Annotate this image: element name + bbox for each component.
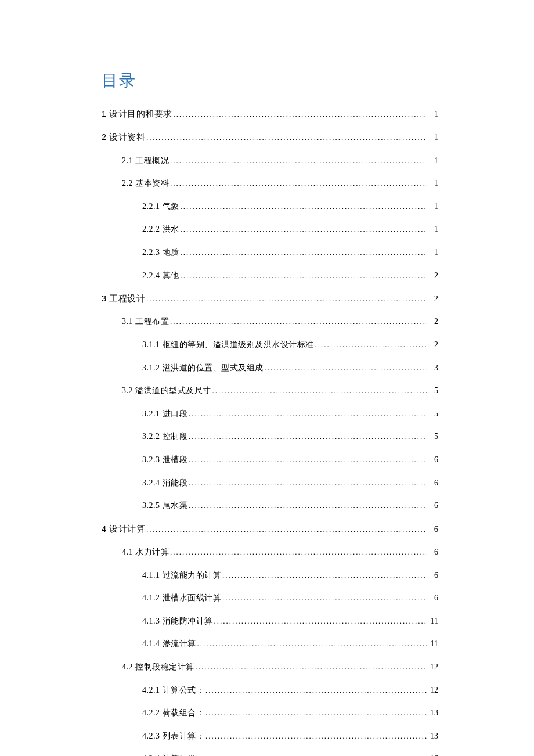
toc-list: 1 设计目的和要求...............................…: [102, 108, 438, 756]
toc-leader-dots: ........................................…: [146, 132, 427, 143]
toc-entry-label: 2.2 基本资料: [122, 178, 169, 189]
toc-entry-page: 5: [428, 408, 438, 420]
toc-entry-label: 3.2 溢洪道的型式及尺寸: [122, 385, 211, 397]
toc-entry-label: 4.1 水力计算: [122, 546, 169, 558]
toc-entry-label: 2.2.4 其他: [142, 270, 179, 282]
toc-leader-dots: ........................................…: [214, 616, 427, 627]
toc-entry-page: 6: [428, 500, 438, 512]
toc-entry-page: 6: [428, 546, 438, 558]
toc-entry-label: 4.2.2 荷载组合：: [142, 707, 204, 719]
toc-leader-dots: ........................................…: [181, 247, 427, 258]
toc-entry-page: 12: [428, 685, 438, 696]
toc-entry[interactable]: 4.2.3 列表计算：.............................…: [142, 730, 438, 742]
toc-entry-label: 3.2.4 消能段: [142, 477, 187, 489]
toc-entry[interactable]: 2.2.4 其他................................…: [142, 270, 438, 282]
toc-entry-page: 2: [428, 270, 438, 282]
toc-entry[interactable]: 4.2.4 计算结果..............................…: [142, 753, 438, 756]
toc-leader-dots: ........................................…: [189, 478, 427, 488]
toc-entry-page: 1: [428, 155, 438, 167]
toc-leader-dots: ........................................…: [189, 455, 427, 465]
toc-leader-dots: ........................................…: [197, 754, 427, 756]
toc-entry[interactable]: 4.1.2 泄槽水面线计算...........................…: [142, 592, 438, 604]
toc-entry-page: 1: [428, 178, 438, 189]
toc-leader-dots: ........................................…: [189, 409, 427, 419]
toc-entry-label: 3.2.1 进口段: [142, 408, 187, 420]
toc-leader-dots: ........................................…: [189, 501, 427, 511]
toc-entry-label: 4.1.1 过流能力的计算: [142, 570, 221, 581]
toc-entry[interactable]: 4.1.3 消能防冲计算............................…: [142, 615, 438, 627]
toc-leader-dots: ........................................…: [222, 593, 427, 603]
toc-entry[interactable]: 3.2 溢洪道的型式及尺寸...........................…: [122, 385, 438, 397]
toc-entry-label: 3.2.5 尾水渠: [142, 500, 187, 512]
toc-entry[interactable]: 3.2.5 尾水渠...............................…: [142, 500, 438, 512]
toc-entry-label: 3.1.1 枢纽的等别、溢洪道级别及洪水设计标准: [142, 339, 314, 351]
toc-entry[interactable]: 2.2 基本资料................................…: [122, 178, 438, 189]
toc-leader-dots: ........................................…: [146, 524, 427, 535]
toc-entry-label: 4.1.3 消能防冲计算: [142, 615, 213, 627]
toc-entry-page: 6: [428, 592, 438, 604]
toc-entry[interactable]: 1 设计目的和要求...............................…: [102, 108, 438, 120]
toc-entry-page: 3: [428, 362, 438, 374]
toc-entry-page: 11: [428, 638, 438, 650]
document-page: 目录 1 设计目的和要求............................…: [0, 0, 534, 756]
toc-entry-label: 4.2 控制段稳定计算: [122, 661, 194, 673]
toc-entry-label: 4.2.3 列表计算：: [142, 730, 204, 742]
toc-entry[interactable]: 4.2.2 荷载组合：.............................…: [142, 707, 438, 719]
toc-leader-dots: ........................................…: [181, 224, 427, 235]
toc-entry-label: 2.2.3 地质: [142, 247, 179, 258]
toc-entry-page: 16: [428, 753, 438, 756]
toc-entry[interactable]: 4.1.4 渗流计算..............................…: [142, 638, 438, 650]
toc-entry[interactable]: 4.1 水力计算................................…: [122, 546, 438, 558]
toc-entry-page: 1: [428, 131, 438, 143]
toc-entry[interactable]: 2.1 工程概况................................…: [122, 155, 438, 167]
toc-entry[interactable]: 4.2 控制段稳定计算.............................…: [122, 661, 438, 673]
toc-leader-dots: ........................................…: [170, 156, 427, 166]
toc-entry[interactable]: 3.2.3 泄槽段...............................…: [142, 454, 438, 466]
toc-entry-label: 4.2.4 计算结果: [142, 753, 196, 756]
toc-entry-page: 1: [428, 247, 438, 258]
toc-leader-dots: ........................................…: [315, 340, 427, 350]
toc-entry[interactable]: 3.2.1 进口段...............................…: [142, 408, 438, 420]
toc-entry-page: 2: [428, 293, 438, 304]
toc-entry[interactable]: 4.2.1 计算公式：.............................…: [142, 685, 438, 696]
toc-entry-page: 2: [428, 339, 438, 351]
toc-leader-dots: ........................................…: [205, 708, 427, 718]
toc-title: 目录: [102, 70, 438, 92]
toc-entry[interactable]: 4.1.1 过流能力的计算...........................…: [142, 570, 438, 581]
toc-entry-label: 4.1.2 泄槽水面线计算: [142, 592, 221, 604]
toc-entry-label: 2.2.2 洪水: [142, 224, 179, 235]
toc-entry-page: 1: [428, 201, 438, 213]
toc-entry-label: 4.1.4 渗流计算: [142, 638, 196, 650]
toc-entry-label: 3.1 工程布置: [122, 316, 169, 327]
toc-entry-page: 6: [428, 523, 438, 535]
toc-leader-dots: ........................................…: [205, 731, 427, 741]
toc-entry[interactable]: 4 设计计算..................................…: [102, 523, 438, 535]
toc-entry[interactable]: 3.2.2 控制段...............................…: [142, 431, 438, 442]
toc-entry-page: 6: [428, 454, 438, 466]
toc-entry[interactable]: 2 设计资料..................................…: [102, 131, 438, 143]
toc-entry[interactable]: 3.1.2 溢洪道的位置、型式及组成......................…: [142, 362, 438, 374]
toc-entry-page: 2: [428, 316, 438, 327]
toc-leader-dots: ........................................…: [205, 685, 427, 696]
toc-entry-page: 11: [428, 615, 438, 627]
toc-entry[interactable]: 3.1 工程布置................................…: [122, 316, 438, 327]
toc-entry[interactable]: 3 工程设计..................................…: [102, 293, 438, 304]
toc-entry-label: 3.2.2 控制段: [142, 431, 187, 442]
toc-leader-dots: ........................................…: [174, 109, 427, 120]
toc-leader-dots: ........................................…: [196, 662, 427, 672]
toc-entry[interactable]: 2.2.1 气象................................…: [142, 201, 438, 213]
toc-entry[interactable]: 3.1.1 枢纽的等别、溢洪道级别及洪水设计标准................…: [142, 339, 438, 351]
toc-entry-page: 1: [428, 224, 438, 235]
toc-leader-dots: ........................................…: [170, 547, 427, 557]
toc-entry-label: 4 设计计算: [102, 523, 145, 535]
toc-leader-dots: ........................................…: [222, 570, 427, 581]
toc-entry[interactable]: 3.2.4 消能段...............................…: [142, 477, 438, 489]
toc-entry-page: 6: [428, 477, 438, 489]
toc-entry-label: 1 设计目的和要求: [102, 108, 172, 120]
toc-entry-label: 2.1 工程概况: [122, 155, 169, 167]
toc-entry[interactable]: 2.2.3 地质................................…: [142, 247, 438, 258]
toc-leader-dots: ........................................…: [181, 271, 427, 281]
toc-leader-dots: ........................................…: [265, 363, 427, 373]
toc-entry[interactable]: 2.2.2 洪水................................…: [142, 224, 438, 235]
toc-leader-dots: ........................................…: [181, 201, 427, 212]
